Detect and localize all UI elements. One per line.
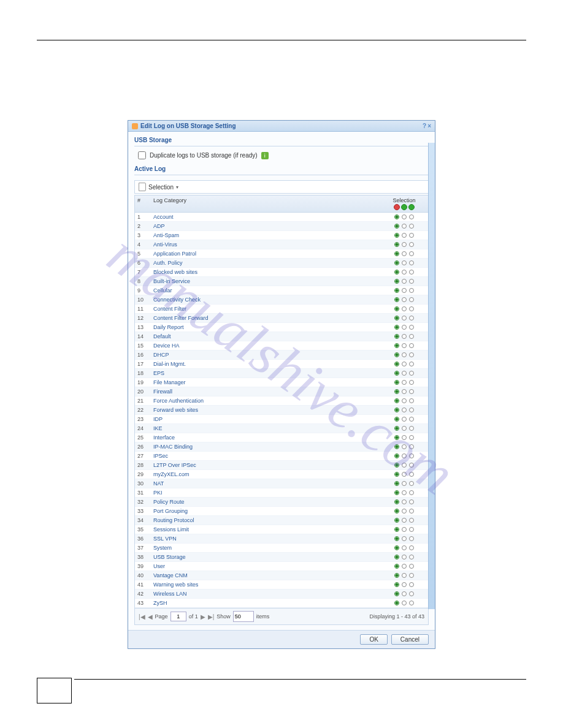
radio-normal[interactable] xyxy=(394,297,399,302)
radio-disable[interactable] xyxy=(409,573,414,578)
radio-disable[interactable] xyxy=(409,408,414,412)
pager-first[interactable]: |◀ xyxy=(139,613,145,620)
table-row[interactable]: 34Routing Protocol xyxy=(135,516,428,525)
table-row[interactable]: 36SSL VPN xyxy=(135,534,428,544)
radio-disable[interactable] xyxy=(409,536,414,541)
table-row[interactable]: 22Forward web sites xyxy=(135,406,428,415)
radio-disable[interactable] xyxy=(409,233,414,238)
radio-alert[interactable] xyxy=(402,417,407,422)
radio-normal[interactable] xyxy=(394,214,399,219)
radio-normal[interactable] xyxy=(394,417,399,422)
radio-disable[interactable] xyxy=(409,288,414,293)
radio-normal[interactable] xyxy=(394,316,399,320)
table-row[interactable]: 39User xyxy=(135,562,428,571)
table-row[interactable]: 29myZyXEL.com xyxy=(135,470,428,479)
table-row[interactable]: 28L2TP Over IPSec xyxy=(135,461,428,470)
radio-normal[interactable] xyxy=(394,573,399,578)
radio-disable[interactable] xyxy=(409,316,414,320)
cancel-button[interactable]: Cancel xyxy=(391,634,429,645)
enable-normal-icon[interactable] xyxy=(401,204,407,210)
radio-normal[interactable] xyxy=(394,499,399,504)
radio-alert[interactable] xyxy=(402,288,407,293)
table-row[interactable]: 16DHCP xyxy=(135,351,428,360)
radio-disable[interactable] xyxy=(409,352,414,357)
table-row[interactable]: 5Application Patrol xyxy=(135,249,428,259)
radio-normal[interactable] xyxy=(394,233,399,238)
radio-disable[interactable] xyxy=(409,601,414,605)
radio-alert[interactable] xyxy=(402,297,407,302)
table-row[interactable]: 9Cellular xyxy=(135,286,428,295)
radio-normal[interactable] xyxy=(394,444,399,449)
table-row[interactable]: 10Connectivity Check xyxy=(135,295,428,305)
enable-all-icon[interactable] xyxy=(408,204,415,210)
table-row[interactable]: 40Vantage CNM xyxy=(135,571,428,580)
table-row[interactable]: 2ADP xyxy=(135,222,428,231)
radio-alert[interactable] xyxy=(402,352,407,357)
radio-alert[interactable] xyxy=(402,527,407,532)
radio-disable[interactable] xyxy=(409,435,414,440)
radio-alert[interactable] xyxy=(402,362,407,366)
scrollbar[interactable] xyxy=(428,143,435,609)
radio-disable[interactable] xyxy=(409,582,414,587)
radio-alert[interactable] xyxy=(402,453,407,458)
radio-disable[interactable] xyxy=(409,224,414,229)
radio-normal[interactable] xyxy=(394,306,399,311)
radio-alert[interactable] xyxy=(402,444,407,449)
radio-normal[interactable] xyxy=(394,380,399,385)
table-row[interactable]: 37System xyxy=(135,544,428,553)
radio-normal[interactable] xyxy=(394,536,399,541)
radio-disable[interactable] xyxy=(409,362,414,366)
table-row[interactable]: 12Content Filter Forward xyxy=(135,314,428,323)
radio-normal[interactable] xyxy=(394,453,399,458)
radio-normal[interactable] xyxy=(394,288,399,293)
pager-next[interactable]: ▶ xyxy=(201,613,205,620)
radio-disable[interactable] xyxy=(409,270,414,275)
radio-disable[interactable] xyxy=(409,417,414,422)
radio-normal[interactable] xyxy=(394,224,399,229)
radio-alert[interactable] xyxy=(402,499,407,504)
table-row[interactable]: 1Account xyxy=(135,213,428,222)
radio-alert[interactable] xyxy=(402,334,407,339)
table-row[interactable]: 23IDP xyxy=(135,415,428,424)
radio-normal[interactable] xyxy=(394,279,399,284)
radio-alert[interactable] xyxy=(402,251,407,256)
radio-disable[interactable] xyxy=(409,509,414,514)
radio-normal[interactable] xyxy=(394,334,399,339)
radio-disable[interactable] xyxy=(409,444,414,449)
radio-alert[interactable] xyxy=(402,509,407,514)
table-row[interactable]: 31PKI xyxy=(135,488,428,498)
radio-disable[interactable] xyxy=(409,260,414,265)
radio-alert[interactable] xyxy=(402,389,407,394)
radio-normal[interactable] xyxy=(394,509,399,514)
radio-normal[interactable] xyxy=(394,371,399,376)
radio-alert[interactable] xyxy=(402,564,407,569)
radio-normal[interactable] xyxy=(394,251,399,256)
radio-disable[interactable] xyxy=(409,527,414,532)
radio-alert[interactable] xyxy=(402,214,407,219)
radio-alert[interactable] xyxy=(402,472,407,477)
table-row[interactable]: 14Default xyxy=(135,332,428,341)
table-row[interactable]: 20Firewall xyxy=(135,387,428,396)
table-row[interactable]: 15Device HA xyxy=(135,341,428,351)
radio-alert[interactable] xyxy=(402,435,407,440)
radio-disable[interactable] xyxy=(409,564,414,569)
table-row[interactable]: 33Port Grouping xyxy=(135,507,428,516)
radio-disable[interactable] xyxy=(409,343,414,348)
pager-page-input[interactable] xyxy=(170,612,186,621)
radio-disable[interactable] xyxy=(409,481,414,486)
selection-dropdown[interactable]: Selection ▾ xyxy=(134,180,429,194)
radio-normal[interactable] xyxy=(394,426,399,431)
radio-alert[interactable] xyxy=(402,398,407,403)
table-row[interactable]: 11Content Filter xyxy=(135,305,428,314)
radio-normal[interactable] xyxy=(394,601,399,605)
radio-disable[interactable] xyxy=(409,389,414,394)
table-row[interactable]: 24IKE xyxy=(135,424,428,433)
radio-alert[interactable] xyxy=(402,426,407,431)
radio-normal[interactable] xyxy=(394,389,399,394)
table-row[interactable]: 42Wireless LAN xyxy=(135,590,428,599)
table-row[interactable]: 19File Manager xyxy=(135,378,428,387)
table-row[interactable]: 13Daily Report xyxy=(135,323,428,332)
radio-disable[interactable] xyxy=(409,214,414,219)
radio-alert[interactable] xyxy=(402,316,407,320)
radio-alert[interactable] xyxy=(402,591,407,596)
